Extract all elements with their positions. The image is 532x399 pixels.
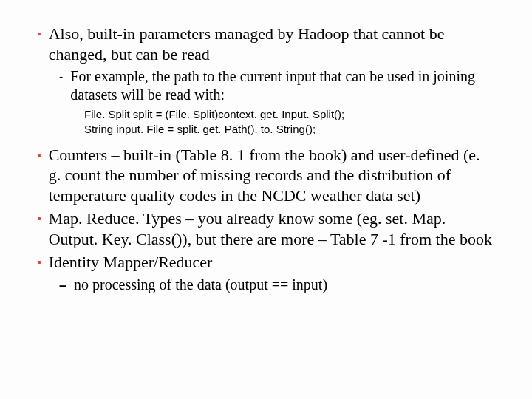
bullet-item: ▪ Also, built-in parameters managed by H… <box>37 24 495 64</box>
square-bullet-icon: ▪ <box>37 208 41 229</box>
sub-bullet-text: For example, the path to the current inp… <box>70 67 495 104</box>
dash-bullet-icon: – <box>59 276 66 295</box>
code-line: File. Split split = (File. Split)context… <box>84 107 495 122</box>
sub-bullet-item: – no processing of the data (output == i… <box>59 276 495 295</box>
code-line: String input. File = split. get. Path().… <box>84 122 495 137</box>
hyphen-bullet-icon: - <box>59 67 63 86</box>
square-bullet-icon: ▪ <box>37 145 41 166</box>
square-bullet-icon: ▪ <box>37 252 41 273</box>
bullet-item: ▪ Counters – built-in (Table 8. 1 from t… <box>37 145 495 206</box>
code-block: File. Split split = (File. Split)context… <box>84 107 495 137</box>
sub-bullet-item: - For example, the path to the current i… <box>59 67 495 104</box>
bullet-item: ▪ Map. Reduce. Types – you already know … <box>37 208 495 249</box>
bullet-text: Also, built-in parameters managed by Had… <box>49 24 495 64</box>
bullet-text: Counters – built-in (Table 8. 1 from the… <box>49 145 495 206</box>
bullet-text: Identity Mapper/Reducer <box>49 252 495 273</box>
bullet-item: ▪ Identity Mapper/Reducer <box>37 252 495 273</box>
bullet-text: Map. Reduce. Types – you already know so… <box>49 208 495 249</box>
slide: ▪ Also, built-in parameters managed by H… <box>0 0 532 399</box>
square-bullet-icon: ▪ <box>37 24 41 44</box>
sub-bullet-text: no processing of the data (output == inp… <box>74 276 495 294</box>
